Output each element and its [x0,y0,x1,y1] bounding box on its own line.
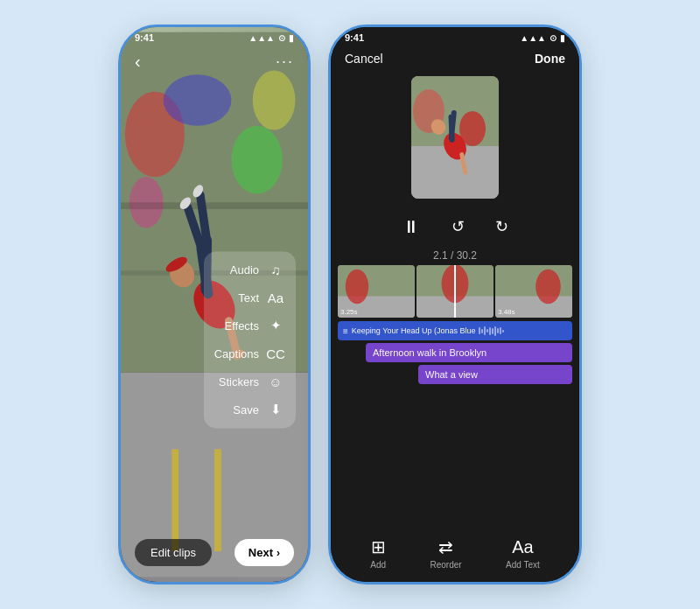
wave-bar-5 [489,327,491,335]
menu-stickers[interactable]: Stickers ☺ [214,372,285,391]
cancel-button[interactable]: Cancel [345,52,383,66]
status-icons-right: ▲▲▲ ⊙ ▮ [520,33,565,43]
more-button[interactable]: ··· [276,52,294,71]
left-bottom-bar: Edit clips Next › [121,539,308,566]
time-display: 2.1 / 30.2 [331,249,579,262]
wave-bar-4 [486,329,488,332]
wave-bar-8 [497,328,499,333]
wifi-icon-left: ⊙ [278,33,285,43]
audio-track[interactable]: ≡ Keeping Your Head Up (Jonas Blue [338,321,572,340]
toolbar-add[interactable]: ⊞ Add [370,536,386,570]
menu-audio[interactable]: Audio ♫ [214,260,285,279]
wave-bar-7 [494,326,496,336]
time-separator: / [451,249,457,262]
phones-container: 9:41 ▲▲▲ ⊙ ▮ ‹ ··· Audio ♫ Text [118,24,582,584]
add-text-label: Add Text [506,560,540,570]
right-toolbar: ⊞ Add ⇄ Reorder Aa Add Text [331,536,579,570]
next-label: Next [248,546,273,559]
edit-clips-button[interactable]: Edit clips [135,539,212,566]
time-right: 9:41 [345,32,364,43]
audio-icon: ♫ [266,260,285,279]
audio-label: Audio [230,263,259,276]
playback-controls: ⏸ ↺ ↻ [331,206,579,248]
clip-3-time: 3.48s [498,308,515,316]
left-menu: Audio ♫ Text Aa Effects ✦ Captions CC St… [204,251,296,428]
wave-bar-10 [502,330,504,332]
clip-1-time: 3.25s [340,308,358,316]
preview-area [331,73,579,206]
text-track-2[interactable]: What a view [418,365,572,384]
redo-button[interactable]: ↻ [488,214,514,240]
done-button[interactable]: Done [535,52,565,66]
menu-save[interactable]: Save ⬇ [214,400,285,419]
svg-point-34 [346,270,368,304]
add-label: Add [370,560,386,570]
menu-effects[interactable]: Effects ✦ [214,316,285,335]
status-icons-left: ▲▲▲ ⊙ ▮ [248,33,294,43]
add-text-icon: Aa [512,537,533,557]
right-phone: 9:41 ▲▲▲ ⊙ ▮ Cancel Done [328,24,582,584]
status-bar-right: 9:41 ▲▲▲ ⊙ ▮ [331,27,579,45]
clip-1[interactable]: 3.25s [338,265,415,318]
reorder-label: Reorder [430,560,461,570]
next-arrow-icon: › [276,547,280,559]
captions-icon: CC [266,344,285,363]
audio-track-label: Keeping Your Head Up (Jonas Blue [352,326,476,335]
effects-label: Effects [224,319,259,332]
total-time: 30.2 [457,249,477,262]
undo-button[interactable]: ↺ [444,214,471,240]
pause-button[interactable]: ⏸ [396,211,427,242]
signal-icon-left: ▲▲▲ [248,33,275,43]
wave-bar-3 [484,326,486,335]
audio-waveform [479,326,567,336]
status-bar-left: 9:41 ▲▲▲ ⊙ ▮ [121,27,308,45]
back-button[interactable]: ‹ [135,52,141,72]
captions-label: Captions [214,347,259,360]
text-icon: Aa [266,288,285,307]
toolbar-add-text[interactable]: Aa Add Text [506,537,540,570]
wave-bar-1 [479,327,480,334]
menu-text[interactable]: Text Aa [214,288,285,307]
battery-icon-left: ▮ [289,33,294,43]
left-phone-content: 9:41 ▲▲▲ ⊙ ▮ ‹ ··· Audio ♫ Text [121,27,308,582]
signal-icon-right: ▲▲▲ [520,33,546,43]
time-left: 9:41 [135,32,154,43]
effects-icon: ✦ [266,316,285,335]
menu-captions[interactable]: Captions CC [214,344,285,363]
wave-bar-9 [500,327,501,334]
save-label: Save [233,403,259,416]
clip-3[interactable]: 3.48s [495,265,572,318]
audio-flag-icon: ≡ [343,326,348,336]
next-button[interactable]: Next › [234,539,294,566]
toolbar-reorder[interactable]: ⇄ Reorder [430,536,461,570]
right-phone-content: 9:41 ▲▲▲ ⊙ ▮ Cancel Done [331,27,579,582]
wifi-icon-right: ⊙ [550,33,556,43]
battery-icon-right: ▮ [560,33,565,43]
add-icon: ⊞ [371,536,386,557]
preview-thumbnail [411,76,499,199]
svg-point-40 [536,270,561,304]
left-phone: 9:41 ▲▲▲ ⊙ ▮ ‹ ··· Audio ♫ Text [118,24,311,584]
wave-bar-2 [481,329,483,333]
wave-bar-6 [492,328,494,334]
timeline-area: 3.25s [331,265,579,318]
text-track-1[interactable]: Afternoon walk in Brooklyn [366,343,572,362]
stickers-label: Stickers [219,375,259,388]
timeline-cursor [454,265,456,318]
save-icon: ⬇ [266,400,285,419]
stickers-icon: ☺ [266,372,285,391]
text-label: Text [238,291,259,304]
current-time: 2.1 [433,249,448,262]
reorder-icon: ⇄ [438,536,453,557]
